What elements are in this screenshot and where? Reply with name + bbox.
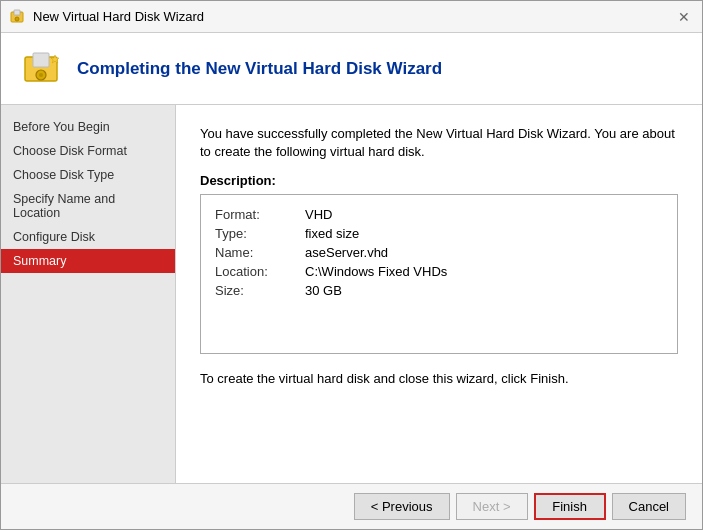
close-button[interactable]: ✕	[674, 7, 694, 27]
svg-point-2	[15, 17, 19, 21]
main-content: You have successfully completed the New …	[176, 105, 702, 483]
next-button[interactable]: Next >	[456, 493, 528, 520]
svg-point-6	[39, 73, 43, 77]
size-label: Size:	[215, 281, 305, 300]
title-bar: New Virtual Hard Disk Wizard ✕	[1, 1, 702, 33]
header-area: Completing the New Virtual Hard Disk Wiz…	[1, 33, 702, 105]
description-box: Format: VHD Type: fixed size Name: aseSe…	[200, 194, 678, 354]
location-value: C:\Windows Fixed VHDs	[305, 262, 663, 281]
wizard-header-icon	[21, 49, 61, 89]
header-title: Completing the New Virtual Hard Disk Wiz…	[77, 59, 442, 79]
sidebar-item-configure-disk[interactable]: Configure Disk	[1, 225, 175, 249]
app-icon	[9, 9, 25, 25]
name-value: aseServer.vhd	[305, 243, 663, 262]
size-value: 30 GB	[305, 281, 663, 300]
name-label: Name:	[215, 243, 305, 262]
type-label: Type:	[215, 224, 305, 243]
sidebar: Before You Begin Choose Disk Format Choo…	[1, 105, 176, 483]
svg-rect-4	[33, 53, 49, 67]
sidebar-item-before-you-begin[interactable]: Before You Begin	[1, 115, 175, 139]
desc-row-size: Size: 30 GB	[215, 281, 663, 300]
description-table: Format: VHD Type: fixed size Name: aseSe…	[215, 205, 663, 300]
cancel-button[interactable]: Cancel	[612, 493, 686, 520]
finish-button[interactable]: Finish	[534, 493, 606, 520]
desc-row-name: Name: aseServer.vhd	[215, 243, 663, 262]
intro-text: You have successfully completed the New …	[200, 125, 678, 161]
title-bar-text: New Virtual Hard Disk Wizard	[33, 9, 674, 24]
wizard-window: New Virtual Hard Disk Wizard ✕ Completin…	[0, 0, 703, 530]
format-label: Format:	[215, 205, 305, 224]
footer-buttons: < Previous Next > Finish Cancel	[1, 483, 702, 529]
type-value: fixed size	[305, 224, 663, 243]
sidebar-item-choose-disk-format[interactable]: Choose Disk Format	[1, 139, 175, 163]
previous-button[interactable]: < Previous	[354, 493, 450, 520]
format-value: VHD	[305, 205, 663, 224]
svg-rect-1	[14, 10, 20, 15]
description-label: Description:	[200, 173, 678, 188]
footer-note: To create the virtual hard disk and clos…	[200, 370, 678, 388]
desc-row-location: Location: C:\Windows Fixed VHDs	[215, 262, 663, 281]
sidebar-item-choose-disk-type[interactable]: Choose Disk Type	[1, 163, 175, 187]
content-area: Before You Begin Choose Disk Format Choo…	[1, 105, 702, 483]
location-label: Location:	[215, 262, 305, 281]
desc-row-type: Type: fixed size	[215, 224, 663, 243]
desc-row-format: Format: VHD	[215, 205, 663, 224]
sidebar-item-summary[interactable]: Summary	[1, 249, 175, 273]
sidebar-item-specify-name-location[interactable]: Specify Name and Location	[1, 187, 175, 225]
